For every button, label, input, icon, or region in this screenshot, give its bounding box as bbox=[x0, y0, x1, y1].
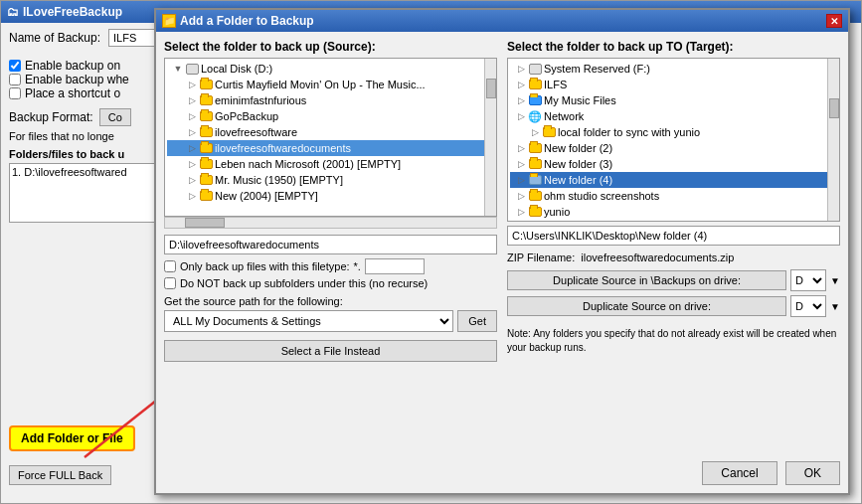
target-tree-item-0[interactable]: ▷ System Reserved (F:) bbox=[510, 61, 837, 77]
expander-3: ▷ bbox=[185, 125, 199, 139]
dup-source-drive-select[interactable]: D bbox=[790, 269, 826, 291]
source-hscrollbar-thumb[interactable] bbox=[185, 218, 225, 228]
folder-icon-5 bbox=[199, 158, 213, 170]
dup-drive-select[interactable]: D bbox=[790, 295, 826, 317]
target-tree-item-nf3[interactable]: ▷ New folder (3) bbox=[510, 156, 837, 172]
target-expander-nf2: ▷ bbox=[514, 141, 528, 155]
dialog-columns: Select the folder to back up (Source): ▼… bbox=[164, 40, 840, 453]
force-full-backup-button[interactable]: Force FULL Back bbox=[9, 465, 111, 485]
target-folder-icon-nf4 bbox=[528, 174, 542, 186]
folder-list-item-1: 1. D:\ilovefreesoftwared bbox=[12, 166, 155, 178]
dup-drive-dropdown-arrow2: ▼ bbox=[830, 301, 840, 312]
folder-icon-2 bbox=[199, 110, 213, 122]
source-tree-item-6[interactable]: ▷ Mr. Music (1950) [EMPTY] bbox=[167, 172, 494, 188]
source-tree-item-1[interactable]: ▷ eminimfastnfurious bbox=[167, 92, 494, 108]
enable-backup-on-label: Enable backup on bbox=[25, 59, 120, 73]
enable-backup-when-checkbox[interactable] bbox=[9, 74, 21, 85]
enable-backup-on-checkbox[interactable] bbox=[9, 60, 21, 72]
target-expander-nf4: ▷ bbox=[514, 173, 528, 187]
target-folder-icon-1 bbox=[528, 79, 542, 90]
expander-7: ▷ bbox=[185, 189, 199, 203]
place-shortcut-checkbox[interactable] bbox=[9, 87, 21, 99]
source-tree-item-disk[interactable]: ▼ Local Disk (D:) bbox=[167, 61, 494, 77]
source-tree-container: ▼ Local Disk (D:) ▷ Curtis Mayfield Movi… bbox=[164, 58, 497, 217]
expander-4: ▷ bbox=[185, 141, 199, 155]
dialog-close-button[interactable]: ✕ bbox=[826, 14, 842, 28]
dialog-right-panel: Select the folder to back up TO (Target)… bbox=[507, 40, 840, 453]
cancel-button[interactable]: Cancel bbox=[702, 461, 776, 485]
add-folder-or-file-button[interactable]: Add Folder or File bbox=[9, 425, 135, 451]
filetype-input[interactable] bbox=[365, 258, 425, 274]
dup-source-button[interactable]: Duplicate Source in \Backups on drive: bbox=[507, 270, 786, 290]
ok-button[interactable]: OK bbox=[785, 461, 840, 485]
folder-icon-1 bbox=[199, 94, 213, 106]
source-tree-view[interactable]: ▼ Local Disk (D:) ▷ Curtis Mayfield Movi… bbox=[164, 58, 497, 217]
source-tree-item-5[interactable]: ▷ Leben nach Microsoft (2001) [EMPTY] bbox=[167, 156, 494, 172]
add-folder-dialog: 📁 Add a Folder to Backup ✕ Select the fo… bbox=[154, 8, 850, 495]
target-tree-item-nf4[interactable]: ▷ New folder (4) bbox=[510, 172, 837, 188]
source-tree-hscrollbar[interactable] bbox=[164, 217, 497, 229]
dup-drive-dropdown-arrow: ▼ bbox=[830, 275, 840, 286]
target-path-section bbox=[507, 226, 840, 252]
folders-list: 1. D:\ilovefreesoftwared bbox=[9, 163, 158, 223]
target-tree-label-2: My Music Files bbox=[544, 94, 616, 106]
source-tree-item-2[interactable]: ▷ GoPcBackup bbox=[167, 108, 494, 124]
target-tree-item-nf2[interactable]: ▷ New folder (2) bbox=[510, 140, 837, 156]
target-folder-icon-local bbox=[542, 126, 556, 138]
target-expander-nf3: ▷ bbox=[514, 157, 528, 171]
no-recurse-label: Do NOT back up subfolders under this (no… bbox=[180, 277, 428, 289]
only-backup-files-checkbox[interactable] bbox=[164, 260, 176, 272]
filetype-row: *. bbox=[354, 258, 425, 274]
folder-icon-3 bbox=[199, 126, 213, 138]
backup-format-label: Backup Format: bbox=[9, 110, 93, 124]
target-folder-icon-ohm bbox=[528, 190, 542, 202]
source-tree-label-1: eminimfastnfurious bbox=[215, 94, 306, 106]
target-tree-scrollbar[interactable] bbox=[827, 59, 839, 221]
folder-icon-4 bbox=[199, 142, 213, 154]
dialog-left-panel: Select the folder to back up (Source): ▼… bbox=[164, 40, 497, 453]
source-tree-item-4[interactable]: ▷ ilovefreesoftwaredocuments bbox=[167, 140, 494, 156]
no-recurse-checkbox[interactable] bbox=[164, 277, 176, 289]
target-tree-label-yunio: yunio bbox=[544, 206, 570, 218]
target-tree-item-local[interactable]: ▷ local folder to sync with yunio bbox=[510, 124, 837, 140]
source-path-row: ALL My Documents & Settings My Documents… bbox=[164, 310, 497, 332]
get-button[interactable]: Get bbox=[457, 310, 497, 332]
dialog-title-text: Add a Folder to Backup bbox=[180, 14, 314, 28]
source-tree-item-7[interactable]: ▷ New (2004) [EMPTY] bbox=[167, 188, 494, 204]
target-tree-item-ohm[interactable]: ▷ ohm studio screenshots bbox=[510, 188, 837, 204]
target-expander-net: ▷ bbox=[514, 109, 528, 123]
target-tree-label-1: ILFS bbox=[544, 79, 567, 90]
dup-drive-button[interactable]: Duplicate Source on drive: bbox=[507, 296, 786, 316]
source-path-dropdown[interactable]: ALL My Documents & Settings My Documents… bbox=[164, 310, 453, 332]
target-tree-view[interactable]: ▷ System Reserved (F:) ▷ ILFS ▷ bbox=[507, 58, 840, 222]
note-text: Note: Any folders you specify that do no… bbox=[507, 327, 840, 355]
source-tree-item-3[interactable]: ▷ ilovefreesoftware bbox=[167, 124, 494, 140]
target-tree-label-0: System Reserved (F:) bbox=[544, 63, 650, 75]
target-expander-ohm: ▷ bbox=[514, 189, 528, 203]
select-file-instead-button[interactable]: Select a File Instead bbox=[164, 340, 497, 362]
source-scrollbar-thumb[interactable] bbox=[486, 79, 496, 98]
source-tree-scrollbar[interactable] bbox=[484, 59, 496, 216]
source-path-input[interactable] bbox=[164, 235, 497, 254]
enable-backup-when-label: Enable backup whe bbox=[25, 73, 129, 86]
target-tree-item-2[interactable]: ▷ My Music Files bbox=[510, 92, 837, 108]
dup-drive-row: Duplicate Source on drive: D ▼ bbox=[507, 295, 840, 317]
source-tree-label-0: Curtis Mayfield Movin' On Up - The Music… bbox=[215, 79, 426, 90]
target-expander-0: ▷ bbox=[514, 62, 528, 76]
target-folder-icon-2 bbox=[528, 94, 542, 106]
dialog-folder-icon: 📁 bbox=[162, 14, 176, 28]
source-tree-label-2: GoPcBackup bbox=[215, 110, 278, 122]
target-folder-icon-nf2 bbox=[528, 142, 542, 154]
source-tree-item-0[interactable]: ▷ Curtis Mayfield Movin' On Up - The Mus… bbox=[167, 77, 494, 92]
dialog-bottom-buttons: Cancel OK bbox=[164, 461, 840, 485]
target-scrollbar-thumb[interactable] bbox=[829, 98, 839, 118]
target-tree-item-1[interactable]: ▷ ILFS bbox=[510, 77, 837, 92]
target-expander-local: ▷ bbox=[528, 125, 542, 139]
target-path-input[interactable] bbox=[507, 226, 840, 246]
target-tree-item-network[interactable]: ▷ 🌐 Network bbox=[510, 108, 837, 124]
backup-format-button[interactable]: Co bbox=[99, 108, 131, 126]
target-tree-item-yunio[interactable]: ▷ yunio bbox=[510, 204, 837, 220]
bg-window-icon: 🗂 bbox=[7, 5, 19, 19]
network-icon: 🌐 bbox=[528, 110, 542, 122]
target-expander-2: ▷ bbox=[514, 93, 528, 107]
